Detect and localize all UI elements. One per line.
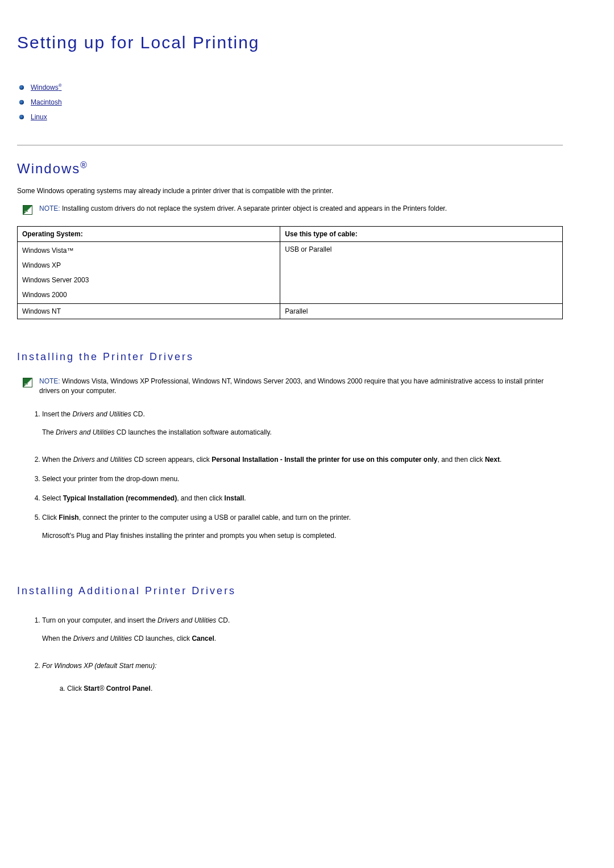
step-5: Click Finish, connect the printer to the… (42, 508, 563, 553)
note-block: NOTE: Installing custom drivers do not r… (17, 204, 563, 215)
header-os: Operating System: (18, 227, 280, 242)
section-heading-install-additional: Installing Additional Printer Drivers (17, 585, 563, 597)
install-steps: Insert the Drivers and Utilities CD. The… (17, 404, 563, 553)
divider (17, 145, 563, 145)
bullet-icon (19, 85, 24, 90)
add-step-2: For Windows XP (default Start menu): Cli… (42, 656, 563, 707)
page-title: Setting up for Local Printing (17, 33, 563, 52)
step-4: Select Typical Installation (recommended… (42, 489, 563, 508)
additional-steps: Turn on your computer, and insert the Dr… (17, 611, 563, 707)
bullet-icon (19, 115, 24, 119)
add-step-2-sub: Click Start® Control Panel. (42, 679, 563, 698)
note-body: NOTE: Windows Vista, Windows XP Professi… (39, 377, 563, 397)
link-linux[interactable]: Linux (31, 113, 47, 121)
nav-item-windows: Windows® (17, 80, 563, 95)
os-nav-list: Windows® Macintosh Linux (17, 80, 563, 124)
step-1: Insert the Drivers and Utilities CD. The… (42, 404, 563, 450)
os-cable-table: Operating System: Use this type of cable… (17, 226, 563, 319)
section-heading-install-drivers: Installing the Printer Drivers (17, 351, 563, 363)
section-heading-windows: Windows® (17, 160, 563, 177)
note-icon (23, 205, 32, 215)
step-5-detail: Microsoft's Plug and Play finishes insta… (42, 531, 563, 541)
cell-cable-parallel: Parallel (280, 304, 563, 319)
cell-cable-usb: USB or Parallel (280, 242, 563, 304)
note-body: NOTE: Installing custom drivers do not r… (39, 204, 563, 214)
link-macintosh[interactable]: Macintosh (31, 98, 62, 106)
windows-intro: Some Windows operating systems may alrea… (17, 186, 563, 196)
note-label: NOTE: (39, 377, 60, 385)
table-header-row: Operating System: Use this type of cable… (18, 227, 563, 242)
header-cable: Use this type of cable: (280, 227, 563, 242)
link-windows[interactable]: Windows® (31, 83, 61, 91)
note-icon (23, 378, 32, 387)
table-row: Windows NT Parallel (18, 304, 563, 319)
step-2: When the Drivers and Utilities CD screen… (42, 450, 563, 469)
nav-item-macintosh: Macintosh (17, 95, 563, 110)
add-step-1: Turn on your computer, and insert the Dr… (42, 611, 563, 656)
bullet-icon (19, 100, 24, 105)
cell-os-nt: Windows NT (18, 304, 280, 319)
step-3: Select your printer from the drop-down m… (42, 469, 563, 489)
note-block: NOTE: Windows Vista, Windows XP Professi… (17, 377, 563, 397)
cell-os-group: Windows Vista™ Windows XP Windows Server… (18, 242, 280, 304)
add-step-1-detail: When the Drivers and Utilities CD launch… (42, 633, 563, 644)
note-label: NOTE: (39, 205, 60, 212)
nav-item-linux: Linux (17, 110, 563, 124)
step-1-detail: The Drivers and Utilities CD launches th… (42, 427, 563, 437)
add-step-2a: Click Start® Control Panel. (67, 679, 563, 698)
table-row: Windows Vista™ Windows XP Windows Server… (18, 242, 563, 304)
